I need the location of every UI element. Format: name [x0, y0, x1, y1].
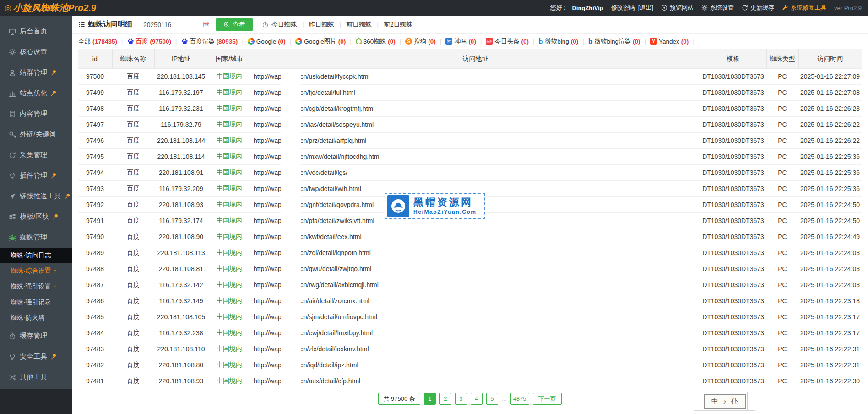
total-count: 共 97500 条	[378, 393, 420, 405]
pin-icon	[50, 173, 57, 179]
filter-神马[interactable]: 神神马(0)	[445, 38, 476, 46]
sidebar-item-蜘蛛·防火墙[interactable]: 蜘蛛·防火墙	[0, 310, 72, 326]
filter-Google图片[interactable]: Google图片(0)	[295, 38, 346, 46]
table-row: 97494百度220.181.108.91中国境内http://wapcn/vd…	[78, 165, 862, 181]
sidebar-item-内容管理[interactable]: 内容管理	[0, 104, 72, 124]
next-page-button[interactable]: 下一页	[533, 393, 562, 405]
cell-visit-time: 2025-01-16 22:25:36	[798, 165, 862, 181]
cell-ip: 220.181.108.113	[154, 245, 208, 261]
sidebar-item-插件管理[interactable]: 插件管理	[0, 165, 72, 186]
sidebar-item-蜘蛛·访问日志[interactable]: 蜘蛛·访问日志	[0, 248, 72, 263]
quick-link-前2日蜘蛛[interactable]: 前2日蜘蛛	[384, 21, 413, 29]
filter-微软bing渲染[interactable]: b微软bing渲染(0)	[588, 38, 640, 46]
cell-region: 中国境内	[208, 133, 251, 149]
sidebar-item-采集管理[interactable]: 采集管理	[0, 145, 72, 165]
sidebar-item-站群管理[interactable]: 站群管理	[0, 62, 72, 83]
filter-Google[interactable]: Google(0)	[248, 38, 286, 45]
page-button-3[interactable]: 3	[455, 393, 467, 405]
cell-template: DT1030/1030DT3673	[700, 117, 766, 133]
cell-spider-name: 百度	[112, 101, 154, 117]
cell-template: DT1030/1030DT3673	[700, 149, 766, 165]
sidebar-item-外链/关键词[interactable]: 外链/关键词	[0, 124, 72, 145]
sidebar-item-蜘蛛·综合设置[interactable]: 蜘蛛·综合设置↑	[0, 263, 72, 279]
cell-url: http://wapcn/vdc/detail/lgs/	[251, 165, 700, 181]
cell-visit-time: 2025-01-16 22:24:50	[798, 197, 862, 213]
repair-tool-link[interactable]: 系统修复工具	[782, 4, 826, 12]
sidebar: 后台首页核心设置站群管理站点优化内容管理外链/关键词采集管理插件管理链接推送工具…	[0, 16, 72, 414]
cell-ip: 220.181.108.93	[154, 373, 208, 389]
cell-spider-type: PC	[766, 85, 798, 101]
filter-360蜘蛛[interactable]: 360蜘蛛(0)	[356, 38, 396, 46]
eye-icon	[661, 5, 667, 11]
page-button-5[interactable]: 5	[486, 393, 498, 405]
cell-spider-type: PC	[766, 213, 798, 229]
date-input[interactable]	[139, 18, 212, 31]
sidebar-item-站点优化[interactable]: 站点优化	[0, 83, 72, 104]
search-icon	[223, 22, 230, 28]
filter-搜狗[interactable]: S搜狗(0)	[405, 38, 436, 46]
cell-id: 97500	[78, 69, 112, 85]
bing-icon: b	[538, 38, 543, 45]
cell-spider-type: PC	[766, 309, 798, 325]
divider: |	[175, 38, 177, 45]
filter-全部[interactable]: 全部(178435)	[78, 38, 117, 46]
sidebar-item-安全工具[interactable]: 安全工具	[0, 346, 72, 367]
refresh-cache-link[interactable]: 更新缓存	[742, 4, 774, 12]
up-arrow-icon: ↑	[54, 283, 57, 290]
cell-id: 97487	[78, 277, 112, 293]
document-icon	[9, 110, 16, 118]
cell-spider-type: PC	[766, 357, 798, 373]
logout-link[interactable]: [退出]	[638, 4, 653, 12]
filter-百度[interactable]: 百度(97500)	[127, 38, 172, 46]
preview-site-link[interactable]: 预览网站	[661, 4, 694, 12]
calendar-icon[interactable]	[203, 21, 210, 28]
table-row: 97490百度220.181.108.90中国境内http://wapcn/kw…	[78, 229, 862, 245]
page-button-1[interactable]: 1	[424, 393, 436, 405]
cell-region: 中国境内	[208, 213, 251, 229]
filter-Yandex[interactable]: YYandex(0)	[650, 38, 689, 45]
filter-微软bing[interactable]: b微软bing(0)	[538, 38, 578, 46]
sidebar-item-蜘蛛管理[interactable]: 蜘蛛管理	[0, 227, 72, 248]
url-privacy-mask	[281, 69, 301, 389]
list-icon	[78, 21, 85, 28]
change-password-link[interactable]: 修改密码	[611, 4, 635, 12]
quick-link-昨日蜘蛛[interactable]: 昨日蜘蛛	[309, 21, 335, 29]
page-button-2[interactable]: 2	[439, 393, 451, 405]
cell-url: http://wapcn/iqd/detail/ipz.html	[251, 357, 700, 373]
greeting-label: 您好：	[550, 4, 568, 12]
topbar-menu: 您好： DingZhiVip 修改密码 [退出] 预览网站 系统设置 更新缓存 …	[550, 4, 862, 12]
divider: |	[350, 38, 352, 45]
cell-spider-type: PC	[766, 277, 798, 293]
sidebar-footer-area	[0, 389, 72, 414]
cell-url: http://wapcn/usk/detail/fyccpk.html	[251, 69, 700, 85]
sidebar-item-label: 其他工具	[20, 373, 47, 381]
cell-template: DT1030/1030DT3673	[700, 341, 766, 357]
sidebar-item-缓存管理[interactable]: 缓存管理	[0, 326, 72, 346]
sidebar-item-后台首页[interactable]: 后台首页	[0, 21, 72, 42]
cell-template: DT1030/1030DT3673	[700, 293, 766, 309]
cell-id: 97492	[78, 197, 112, 213]
sidebar-item-模板/区块[interactable]: 模板/区块	[0, 207, 72, 227]
quick-link-今日蜘蛛[interactable]: 今日蜘蛛	[271, 21, 297, 29]
cell-spider-name: 百度	[112, 133, 154, 149]
view-button[interactable]: 查看	[216, 18, 253, 31]
cell-template: DT1030/1030DT3673	[700, 133, 766, 149]
filter-今日头条[interactable]: 头条今日头条(0)	[486, 38, 529, 46]
sidebar-item-核心设置[interactable]: 核心设置	[0, 42, 72, 62]
filter-百度渲染[interactable]: 百度渲染(80935)	[181, 38, 238, 46]
cell-template: DT1030/1030DT3673	[700, 309, 766, 325]
yandex-icon: Y	[650, 38, 657, 45]
page-button-4[interactable]: 4	[471, 393, 483, 405]
divider: |	[290, 38, 292, 45]
column-header-访问地址: 访问地址	[251, 49, 700, 69]
sidebar-item-蜘蛛·强引设置[interactable]: 蜘蛛·强引设置↑	[0, 279, 72, 294]
sidebar-item-label: 后台首页	[20, 27, 47, 36]
sidebar-item-链接推送工具[interactable]: 链接推送工具	[0, 186, 72, 207]
sidebar-item-label: 蜘蛛·访问日志	[11, 251, 51, 260]
sidebar-item-其他工具[interactable]: 其他工具	[0, 367, 72, 387]
quick-link-前日蜘蛛[interactable]: 前日蜘蛛	[346, 21, 372, 29]
sidebar-item-蜘蛛·强引记录[interactable]: 蜘蛛·强引记录	[0, 294, 72, 310]
page-button-last[interactable]: 4875	[510, 393, 529, 405]
system-settings-link[interactable]: 系统设置	[701, 4, 734, 12]
cell-visit-time: 2025-01-16 22:22:30	[798, 373, 862, 389]
